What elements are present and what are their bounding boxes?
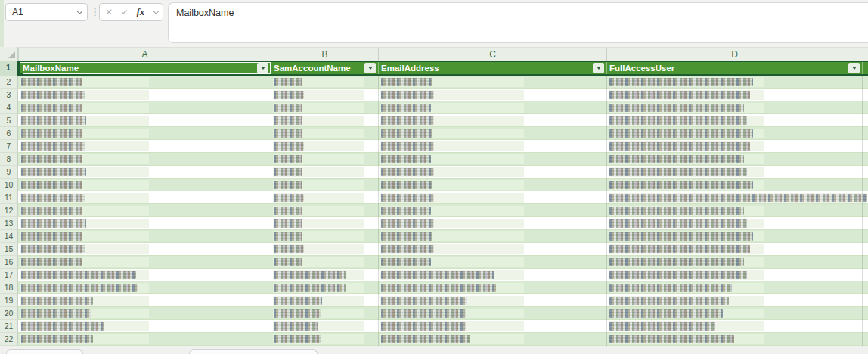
redacted-text (21, 194, 85, 202)
formula-input[interactable]: MailboxName (168, 2, 868, 43)
redacted-text (21, 142, 85, 151)
row-number-2[interactable]: 2 (0, 76, 18, 88)
table-row: 22 (0, 333, 868, 346)
row-number-21[interactable]: 21 (0, 320, 18, 333)
table-row: 13 (0, 217, 868, 230)
row-number-8[interactable]: 8 (0, 153, 18, 166)
redacted-text (274, 155, 302, 163)
row-number-1[interactable]: 1 (0, 61, 18, 76)
table-row: 10 (0, 179, 868, 191)
redacted-text (381, 284, 496, 292)
redacted-text (21, 322, 104, 331)
filter-button-c[interactable] (593, 63, 604, 73)
redacted-text (274, 116, 302, 125)
redacted-text (274, 309, 321, 318)
row-number-19[interactable]: 19 (0, 294, 18, 307)
formula-buttons: ✕ ✓ fx (99, 3, 163, 21)
redacted-text (274, 91, 304, 99)
header-cell-mailboxname[interactable]: MailboxName (18, 62, 271, 74)
cancel-icon[interactable]: ✕ (105, 7, 113, 17)
redacted-text (21, 297, 93, 305)
header-cell-fullaccessuser[interactable]: FullAccessUser (606, 62, 862, 74)
table-row: 3 (0, 88, 868, 101)
row-number-4[interactable]: 4 (0, 101, 18, 114)
chevron-down-icon[interactable] (153, 8, 159, 14)
redacted-text (609, 155, 744, 163)
row-number-14[interactable]: 14 (0, 230, 18, 243)
filter-dropdown-icon (852, 67, 857, 70)
row-number-15[interactable]: 15 (0, 243, 18, 256)
row-number-22[interactable]: 22 (0, 333, 18, 346)
filter-button-a[interactable] (257, 63, 268, 73)
redacted-text (381, 271, 494, 279)
column-header-a[interactable]: A (18, 48, 271, 61)
redacted-text (381, 245, 434, 253)
row-number-7[interactable]: 7 (0, 140, 18, 153)
redacted-text (609, 129, 753, 138)
redacted-text (21, 91, 85, 99)
row-number-9[interactable]: 9 (0, 166, 18, 179)
redacted-text (21, 181, 82, 189)
redacted-text (609, 258, 744, 266)
redacted-text (381, 155, 431, 163)
column-header-d[interactable]: D (606, 48, 862, 61)
redacted-text (609, 284, 732, 292)
redacted-text (21, 104, 82, 112)
redacted-text (274, 322, 318, 331)
left-accent-strip (0, 0, 4, 47)
redacted-text (274, 219, 302, 228)
header-cell-emailaddress[interactable]: EmailAddress (378, 62, 606, 74)
table-row: 19 (0, 294, 868, 307)
redacted-text (609, 271, 747, 279)
redacted-text (381, 168, 434, 176)
sheet-tab[interactable] (6, 349, 83, 354)
redacted-text (274, 271, 346, 279)
redacted-text (21, 129, 82, 138)
redacted-text (21, 206, 82, 215)
row-number-16[interactable]: 16 (0, 256, 18, 269)
redacted-text (21, 116, 86, 125)
row-number-11[interactable]: 11 (0, 191, 18, 204)
column-header-b[interactable]: B (271, 48, 378, 61)
separator-dots-icon: ⋮ (90, 5, 96, 19)
row-number-10[interactable]: 10 (0, 179, 18, 191)
filter-dropdown-icon (261, 67, 265, 70)
row-number-3[interactable]: 3 (0, 88, 18, 101)
column-header-c[interactable]: C (378, 48, 606, 61)
row-number-18[interactable]: 18 (0, 281, 18, 294)
table-row: 2 (0, 76, 868, 88)
row-number-6[interactable]: 6 (0, 127, 18, 140)
redacted-text (381, 309, 466, 318)
name-box-value: A1 (12, 7, 76, 17)
name-box[interactable]: A1 (5, 3, 88, 21)
column-header-strip: ABCD (0, 47, 868, 61)
redacted-text (609, 206, 744, 215)
redacted-text (609, 181, 753, 189)
redacted-text (381, 129, 432, 138)
row-number-5[interactable]: 5 (0, 114, 18, 127)
redacted-text (274, 284, 346, 292)
table-row: 17 (0, 269, 868, 281)
enter-icon[interactable]: ✓ (121, 7, 129, 17)
table-row: 12 (0, 204, 868, 217)
filter-dropdown-icon (368, 67, 373, 70)
sheet-tab[interactable] (189, 349, 318, 354)
chevron-down-icon[interactable] (76, 8, 82, 14)
row-number-20[interactable]: 20 (0, 307, 18, 320)
redacted-text (381, 219, 434, 228)
row-number-17[interactable]: 17 (0, 269, 18, 281)
row-number-13[interactable]: 13 (0, 217, 18, 230)
header-cell-samaccountname[interactable]: SamAccountName (271, 62, 378, 74)
bottom-strip (0, 346, 868, 354)
redacted-text (609, 194, 867, 202)
insert-function-icon[interactable]: fx (136, 6, 144, 18)
redacted-text (381, 104, 431, 112)
redacted-text (274, 168, 302, 176)
filter-dropdown-icon (597, 67, 601, 70)
filter-button-b[interactable] (364, 63, 376, 73)
row-number-12[interactable]: 12 (0, 204, 18, 217)
filter-button-d[interactable] (848, 63, 860, 73)
select-all-button[interactable] (0, 47, 18, 61)
redacted-text (21, 284, 138, 292)
table-row: 15 (0, 243, 868, 256)
